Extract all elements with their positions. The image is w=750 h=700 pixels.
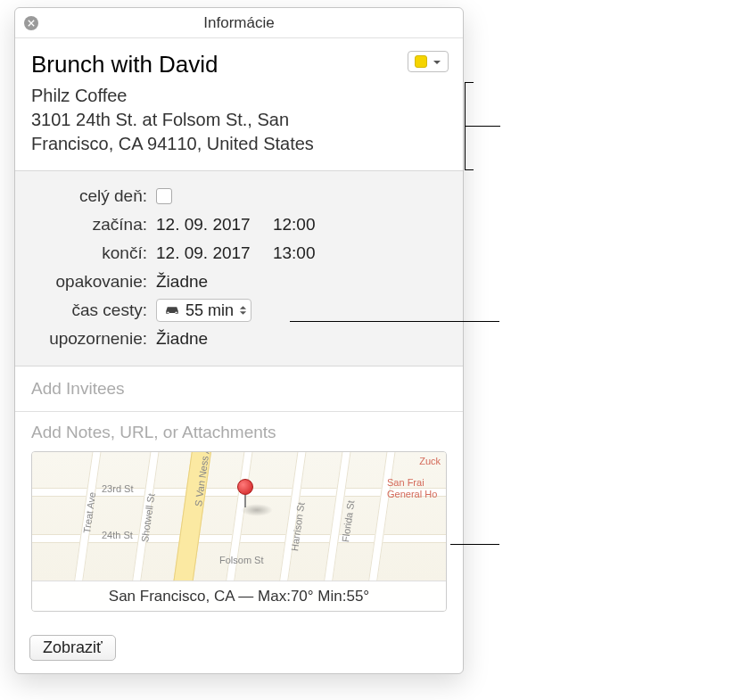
event-title[interactable]: Brunch with David [31,51,447,78]
close-button[interactable] [24,16,38,30]
travel-label: čas cesty: [31,301,156,320]
alert-label: upozornenie: [31,329,156,349]
details-section: celý deň: začína: 12. 09. 2017 12:00 kon… [15,171,463,366]
footer: Zobraziť [15,626,463,673]
repeat-label: opakovanie: [31,272,156,292]
header-section: Brunch with David Philz Coffee 3101 24th… [15,38,463,171]
ends-time: 13:00 [273,243,316,262]
stepper-arrows-icon [239,305,247,316]
chevron-down-icon [433,54,441,70]
car-icon [164,304,180,317]
starts-time: 12:00 [273,215,316,234]
weather-bar: San Francisco, CA — Max:70° Min:55° [32,581,446,611]
poi-zuckerberg: Zuck [419,456,441,467]
street-24th: 24th St [102,530,133,540]
ends-value[interactable]: 12. 09. 2017 13:00 [156,243,447,263]
event-info-popover: Informácie Brunch with David Philz Coffe… [14,7,464,674]
add-invitees-field[interactable]: Add Invitees [15,366,463,412]
street-folsom: Folsom St [219,555,264,565]
location-name: Philz Coffee [31,84,447,108]
titlebar: Informácie [15,8,463,38]
map-preview[interactable]: 23rd St 24th St Folsom St Harrison St Sh… [31,451,447,612]
street-23rd: 23rd St [102,483,133,494]
all-day-checkbox[interactable] [156,188,172,204]
close-icon [28,20,35,27]
repeat-value[interactable]: Žiadne [156,272,447,292]
notes-section: Add Notes, URL, or Attachments 23rd St 2… [15,412,463,626]
all-day-label: celý deň: [31,186,156,206]
travel-time-picker[interactable]: 55 min [156,299,251,322]
starts-date: 12. 09. 2017 [156,215,251,235]
alert-value[interactable]: Žiadne [156,329,447,349]
starts-label: začína: [31,215,156,235]
window-title: Informácie [203,14,274,32]
ends-date: 12. 09. 2017 [156,243,251,263]
add-notes-field[interactable]: Add Notes, URL, or Attachments [31,423,447,442]
calendar-picker[interactable] [408,51,449,72]
street-treat: Treat Ave [81,491,97,534]
map-canvas: 23rd St 24th St Folsom St Harrison St Sh… [32,452,446,582]
location-addr-line1: 3101 24th St. at Folsom St., San [31,108,447,132]
pin-icon [237,479,253,495]
starts-value[interactable]: 12. 09. 2017 12:00 [156,215,447,235]
travel-time-value: 55 min [185,301,234,320]
event-location[interactable]: Philz Coffee 3101 24th St. at Folsom St.… [31,84,447,156]
show-button[interactable]: Zobraziť [29,635,116,661]
location-addr-line2: Francisco, CA 94110, United States [31,132,447,156]
calendar-color-swatch [415,55,427,68]
ends-label: končí: [31,243,156,263]
map-pin [237,479,255,506]
poi-sfgh: San Frai General Ho [387,477,441,500]
